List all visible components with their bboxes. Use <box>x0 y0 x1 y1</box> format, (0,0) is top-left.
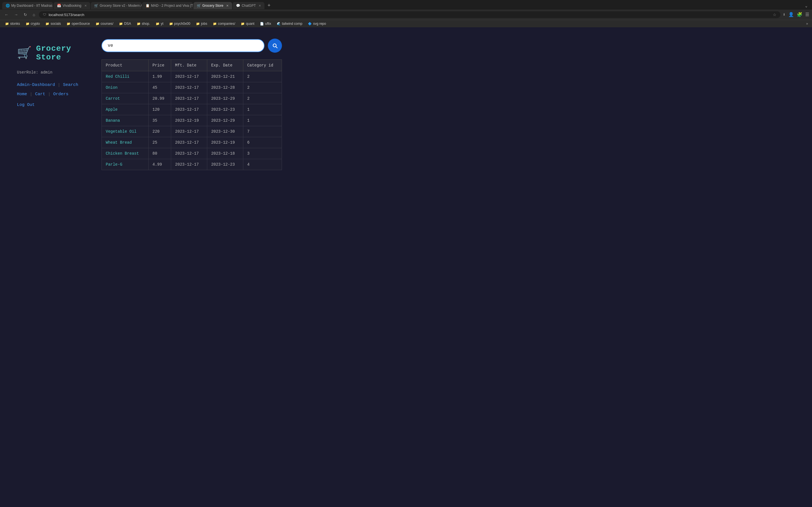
bookmark-jobs[interactable]: 📁 jobs <box>194 21 209 26</box>
product-name-cell[interactable]: Vegetable Oil <box>102 126 149 137</box>
tab-grocery-active[interactable]: 🛒 Grocery Store ✕ <box>193 2 232 9</box>
extensions-icon[interactable]: 🧩 <box>797 12 802 17</box>
home-nav-link[interactable]: Home <box>17 92 27 97</box>
bookmark-courses[interactable]: 📁 courses/ <box>93 21 116 26</box>
bookmark-psych[interactable]: 📁 psych0x00 <box>167 21 193 26</box>
browser-chrome: 🌐 My Dashboard - IIT Madras Onl... ✕ 📅 V… <box>0 0 812 27</box>
tab-mad[interactable]: 📋 MAD - 2 Project and Viva (T320... ✕ <box>142 2 193 9</box>
product-name-cell[interactable]: Wheat Bread <box>102 137 149 148</box>
bookmark-uflix[interactable]: 📄 uflix <box>258 21 273 26</box>
bookmark-tailwind[interactable]: 🌊 tailwind comp <box>274 21 305 26</box>
price-cell: 220 <box>148 126 171 137</box>
category-id-cell: 7 <box>243 126 282 137</box>
search-icon <box>272 43 278 49</box>
bookmark-socials[interactable]: 📁 socials <box>43 21 63 26</box>
bookmark-opensource[interactable]: 📁 openSource <box>64 21 92 26</box>
admin-dashboard-link[interactable]: Admin-Dashboard <box>17 82 55 87</box>
tab-favicon-grocery-active: 🛒 <box>197 4 201 8</box>
nav-separator-1: | <box>58 83 60 87</box>
bookmark-quant[interactable]: 📁 quant <box>239 21 257 26</box>
bookmark-label-crypto: crypto <box>31 22 40 25</box>
exp-date-cell: 2023-12-23 <box>207 159 243 170</box>
category-id-cell: 1 <box>243 104 282 115</box>
menu-icon[interactable]: ☰ <box>805 12 809 17</box>
cart-nav-link[interactable]: Cart <box>35 92 45 97</box>
tab-favicon-dashboard: 🌐 <box>6 4 10 8</box>
bookmark-dsa[interactable]: 📁 DSA <box>117 21 133 26</box>
col-mft-date: Mft. Date <box>171 60 207 71</box>
tab-chatgpt[interactable]: 💬 ChatGPT ✕ <box>233 2 264 9</box>
bookmark-yt[interactable]: 📁 yt <box>153 21 165 26</box>
bookmarks-overflow-button[interactable]: » <box>805 21 809 26</box>
search-link[interactable]: Search <box>63 82 78 87</box>
bookmark-icon-shop: 📁 <box>137 22 141 25</box>
tab-close-grocery-active[interactable]: ✕ <box>226 4 229 8</box>
price-cell: 45 <box>148 82 171 93</box>
tab-grocery-v2[interactable]: 🛒 Grocery Store v2 - Modern App... ✕ <box>91 2 142 9</box>
col-category-id: Category id <box>243 60 282 71</box>
product-name-cell[interactable]: Red Chilli <box>102 71 149 82</box>
bookmark-crypto[interactable]: 📁 crypto <box>23 21 42 26</box>
profile-icon[interactable]: 👤 <box>788 12 794 17</box>
product-name-cell[interactable]: Carrot <box>102 93 149 104</box>
price-cell: 4.99 <box>148 159 171 170</box>
bookmark-svg[interactable]: 🔷 svg repo <box>306 21 328 26</box>
col-price: Price <box>148 60 171 71</box>
back-button[interactable]: ← <box>3 11 10 18</box>
tab-close-chatgpt[interactable]: ✕ <box>259 4 261 8</box>
logout-link[interactable]: Log Out <box>17 103 35 107</box>
brand-title: Grocery Store <box>36 44 85 62</box>
tab-overflow-button[interactable]: ⌄ <box>803 2 810 9</box>
bookmark-icon-svg: 🔷 <box>308 22 312 25</box>
download-icon[interactable]: ⬇ <box>783 12 785 17</box>
bookmark-label-quant: quant <box>246 22 254 25</box>
bookmark-icon-opensource: 📁 <box>66 22 70 25</box>
forward-button[interactable]: → <box>12 11 20 18</box>
brand-icon: 🛒 <box>17 46 32 60</box>
toolbar-icons: ⬇ 👤 🧩 ☰ <box>783 12 809 17</box>
home-button[interactable]: ⌂ <box>31 11 37 18</box>
tab-label-grocery-active: Grocery Store <box>202 4 223 8</box>
bookmark-icon[interactable]: ☆ <box>773 12 776 17</box>
product-name-cell[interactable]: Onion <box>102 82 149 93</box>
bookmark-label-socials: socials <box>50 22 61 25</box>
bookmark-shop[interactable]: 📁 shop. <box>135 21 152 26</box>
tab-favicon-mad: 📋 <box>146 4 149 8</box>
product-name-cell[interactable]: Apple <box>102 104 149 115</box>
bookmark-companies[interactable]: 📁 companies/ <box>211 21 238 26</box>
new-tab-button[interactable]: + <box>265 2 273 10</box>
bookmark-stonks[interactable]: 📁 stonks <box>3 21 22 26</box>
tab-close-viva[interactable]: ✕ <box>84 4 87 8</box>
orders-nav-link[interactable]: Orders <box>53 92 68 97</box>
price-cell: 25 <box>148 137 171 148</box>
table-row: Wheat Bread252023-12-172023-12-196 <box>102 137 282 148</box>
bookmark-label-courses: courses/ <box>101 22 113 25</box>
address-bar-row: ← → ↻ ⌂ 🛡 localhost:5173/search ☆ ⬇ 👤 🧩 … <box>0 10 812 20</box>
reload-button[interactable]: ↻ <box>22 11 29 18</box>
table-row: Chicken Breast802023-12-172023-12-183 <box>102 148 282 159</box>
mft-date-cell: 2023-12-17 <box>171 148 207 159</box>
product-name-cell[interactable]: Chicken Breast <box>102 148 149 159</box>
address-bar[interactable]: 🛡 localhost:5173/search ☆ <box>39 11 780 18</box>
bookmark-icon-quant: 📁 <box>241 22 245 25</box>
exp-date-cell: 2023-12-23 <box>207 104 243 115</box>
table-row: Red Chilli1.992023-12-172023-12-212 <box>102 71 282 82</box>
bookmark-icon-socials: 📁 <box>45 22 49 25</box>
exp-date-cell: 2023-12-29 <box>207 115 243 126</box>
exp-date-cell: 2023-12-29 <box>207 93 243 104</box>
tab-label-grocery-v2: Grocery Store v2 - Modern App... <box>100 4 142 8</box>
search-input[interactable] <box>101 39 264 52</box>
bookmark-label-yt: yt <box>161 22 163 25</box>
tab-vivabooking[interactable]: 📅 VivaBooking ✕ <box>54 2 90 9</box>
bookmark-label-tailwind: tailwind comp <box>282 22 303 25</box>
col-exp-date: Exp. Date <box>207 60 243 71</box>
category-id-cell: 2 <box>243 93 282 104</box>
tab-label-mad: MAD - 2 Project and Viva (T320... <box>151 4 193 8</box>
sidebar: 🛒 Grocery Store UserRole: admin Admin-Da… <box>0 27 96 501</box>
exp-date-cell: 2023-12-19 <box>207 137 243 148</box>
tab-dashboard[interactable]: 🌐 My Dashboard - IIT Madras Onl... ✕ <box>2 2 53 9</box>
product-name-cell[interactable]: Parle-G <box>102 159 149 170</box>
product-name-cell[interactable]: Banana <box>102 115 149 126</box>
main-content: Product Price Mft. Date Exp. Date Catego… <box>96 27 812 501</box>
search-button[interactable] <box>268 39 282 53</box>
